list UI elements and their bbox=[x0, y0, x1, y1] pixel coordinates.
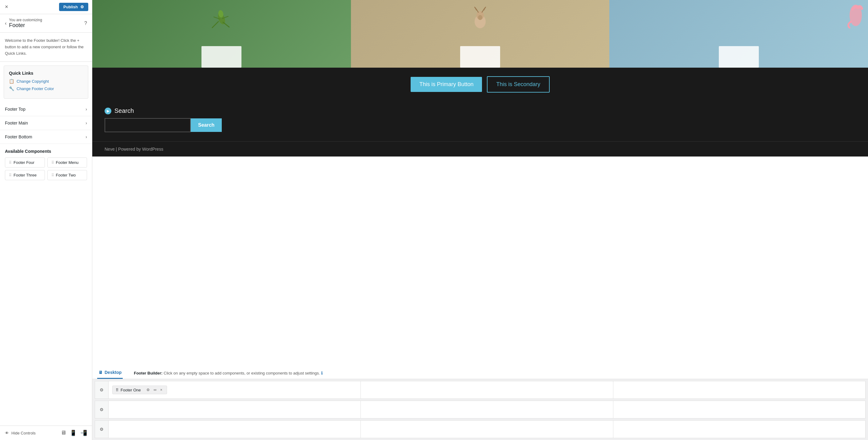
row-gear-button-3[interactable]: ⚙ bbox=[95, 421, 108, 438]
quick-links-title: Quick Links bbox=[9, 71, 83, 76]
row-cell-2-2[interactable] bbox=[361, 401, 613, 418]
row-cell-3-2[interactable] bbox=[361, 421, 613, 438]
chevron-right-icon: › bbox=[86, 107, 87, 112]
row-cell-2-1[interactable] bbox=[108, 401, 361, 418]
search-button[interactable]: Search bbox=[191, 118, 222, 132]
photo-cell-3 bbox=[609, 0, 868, 68]
drag-icon: ⠿ bbox=[9, 173, 12, 178]
back-button[interactable]: ‹ bbox=[5, 21, 6, 26]
hide-controls[interactable]: 👁 Hide Controls bbox=[5, 431, 36, 435]
drag-handle-icon: ⠿ bbox=[116, 388, 119, 392]
panel-footer: 👁 Hide Controls 🖥 📱 📲 bbox=[0, 426, 92, 440]
info-icon[interactable]: ℹ bbox=[321, 371, 323, 375]
publish-button[interactable]: Publish ⚙ bbox=[59, 3, 88, 11]
nav-item-footer-top[interactable]: Footer Top › bbox=[0, 102, 92, 116]
secondary-button-preview[interactable]: This is Secondary bbox=[487, 76, 549, 93]
nav-footer-bottom-label: Footer Bottom bbox=[5, 134, 32, 139]
tag-actions: ⚙ ⇔ × bbox=[145, 387, 164, 392]
footer-color-link-label: Change Footer Color bbox=[17, 86, 54, 91]
chevron-right-icon: › bbox=[86, 134, 87, 139]
nav-item-footer-bottom[interactable]: Footer Bottom › bbox=[0, 130, 92, 144]
row-content-1: ⠿ Footer One ⚙ ⇔ × bbox=[108, 381, 865, 399]
component-footer-two-label: Footer Two bbox=[56, 173, 76, 178]
search-input[interactable] bbox=[104, 118, 191, 132]
section-title: Footer bbox=[9, 22, 42, 29]
nav-footer-main-label: Footer Main bbox=[5, 121, 28, 125]
tag-close-button[interactable]: × bbox=[159, 387, 164, 392]
components-grid: ⠿ Footer Four ⠿ Footer Menu ⠿ Footer Thr… bbox=[5, 157, 87, 180]
footer-text: Neve | Powered by WordPress bbox=[104, 147, 163, 152]
row-content-3 bbox=[108, 421, 865, 438]
color-icon: 🔧 bbox=[9, 86, 14, 91]
chevron-right-icon: › bbox=[86, 121, 87, 125]
row-cell-3-1[interactable] bbox=[108, 421, 361, 438]
copyright-icon: 📋 bbox=[9, 79, 14, 84]
drag-icon: ⠿ bbox=[51, 173, 54, 178]
primary-button-preview[interactable]: This is Primary Button bbox=[411, 77, 482, 92]
footer-bar: Neve | Powered by WordPress bbox=[92, 142, 868, 157]
customizing-label: You are customizing bbox=[9, 18, 42, 22]
welcome-text: Welcome to the Footer builder! Click the… bbox=[0, 33, 92, 62]
nav-footer-top-label: Footer Top bbox=[5, 107, 26, 112]
close-button[interactable]: × bbox=[4, 2, 9, 11]
table-row: ⚙ bbox=[95, 401, 866, 418]
component-footer-three[interactable]: ⠿ Footer Three bbox=[5, 170, 45, 180]
available-components-section: Available Components ⠿ Footer Four ⠿ Foo… bbox=[0, 144, 92, 185]
builder-hint-text: Click on any empty space to add componen… bbox=[164, 371, 320, 375]
panel-header: × Publish ⚙ bbox=[0, 0, 92, 14]
photo-cell-1 bbox=[92, 0, 351, 68]
desktop-tab-icon: 🖥 bbox=[98, 370, 103, 375]
photo-cell-2 bbox=[351, 0, 610, 68]
tag-gear-button[interactable]: ⚙ bbox=[145, 387, 151, 392]
device-icons: 🖥 📱 📲 bbox=[61, 430, 87, 436]
mobile-icon[interactable]: 📲 bbox=[80, 430, 87, 436]
row-gear-button-2[interactable]: ⚙ bbox=[95, 401, 108, 418]
available-components-title: Available Components bbox=[5, 149, 87, 154]
desktop-icon[interactable]: 🖥 bbox=[61, 430, 66, 436]
desktop-tab-label: Desktop bbox=[104, 370, 122, 375]
table-row: ⚙ ⠿ Footer One ⚙ ⇔ × bbox=[95, 381, 866, 399]
component-footer-four[interactable]: ⠿ Footer Four bbox=[5, 157, 45, 167]
left-panel: × Publish ⚙ ‹ You are customizing Footer… bbox=[0, 0, 92, 440]
quick-link-footer-color[interactable]: 🔧 Change Footer Color bbox=[9, 86, 83, 91]
drag-icon: ⠿ bbox=[51, 160, 54, 165]
footer-one-label: Footer One bbox=[121, 388, 141, 392]
publish-label: Publish bbox=[63, 5, 78, 9]
sub-header-text: You are customizing Footer bbox=[9, 18, 42, 29]
component-footer-menu[interactable]: ⠿ Footer Menu bbox=[48, 157, 87, 167]
footer-one-tag: ⠿ Footer One ⚙ ⇔ × bbox=[112, 385, 167, 394]
quick-link-copyright[interactable]: 📋 Change Copyright bbox=[9, 79, 83, 84]
quick-links-section: Quick Links 📋 Change Copyright 🔧 Change … bbox=[4, 65, 88, 99]
row-content-2 bbox=[108, 401, 865, 418]
tablet-icon[interactable]: 📱 bbox=[70, 430, 76, 436]
tab-desktop[interactable]: 🖥 Desktop bbox=[97, 367, 123, 379]
nav-item-footer-main[interactable]: Footer Main › bbox=[0, 116, 92, 130]
table-row: ⚙ bbox=[95, 420, 866, 438]
search-label: ▶ Search bbox=[104, 107, 856, 115]
help-button[interactable]: ? bbox=[84, 21, 87, 26]
row-cell-1-2[interactable] bbox=[361, 381, 613, 399]
drag-icon: ⠿ bbox=[9, 160, 12, 165]
svg-point-8 bbox=[478, 15, 482, 20]
search-section: ▶ Search Search bbox=[92, 101, 868, 142]
row-gear-button-1[interactable]: ⚙ bbox=[95, 381, 108, 399]
search-row: Search bbox=[104, 118, 856, 132]
preview-area: This is Primary Button This is Secondary… bbox=[92, 0, 868, 364]
sub-header: ‹ You are customizing Footer ? bbox=[0, 14, 92, 33]
tag-settings-button[interactable]: ⇔ bbox=[152, 387, 158, 392]
component-footer-four-label: Footer Four bbox=[13, 160, 34, 165]
component-footer-three-label: Footer Three bbox=[13, 173, 37, 178]
copyright-link-label: Change Copyright bbox=[17, 79, 49, 84]
builder-tabs: 🖥 Desktop Footer Builder: Click on any e… bbox=[92, 364, 868, 379]
gear-icon: ⚙ bbox=[80, 5, 84, 9]
component-footer-menu-label: Footer Menu bbox=[56, 160, 79, 165]
row-cell-1-1[interactable]: ⠿ Footer One ⚙ ⇔ × bbox=[108, 381, 361, 399]
builder-hint: Footer Builder: Click on any empty space… bbox=[134, 371, 322, 375]
buttons-section: This is Primary Button This is Secondary bbox=[92, 68, 868, 101]
component-footer-two[interactable]: ⠿ Footer Two bbox=[48, 170, 87, 180]
row-cell-3-3[interactable] bbox=[613, 421, 865, 438]
sub-header-left: ‹ You are customizing Footer bbox=[5, 18, 42, 29]
row-cell-1-3[interactable] bbox=[613, 381, 865, 399]
deer-image bbox=[471, 5, 489, 32]
row-cell-2-3[interactable] bbox=[613, 401, 865, 418]
